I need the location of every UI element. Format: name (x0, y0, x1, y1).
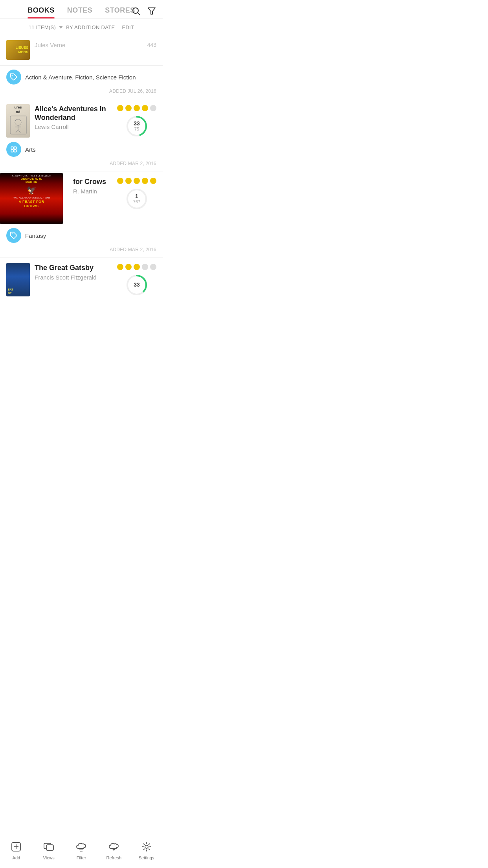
book-info-jules-verne: Jules Verne (35, 40, 143, 48)
progress-total-feast: 767 (133, 200, 140, 204)
tag-icon-alice (6, 142, 21, 157)
filter-icon[interactable] (147, 6, 156, 18)
book-entry-jules-verne: LIEUESMERS Jules Verne 443 (0, 36, 163, 66)
rating-dot-1 (117, 178, 123, 184)
sort-chevron-icon[interactable] (59, 26, 63, 29)
book-cover-alice: ures nd (6, 104, 30, 138)
tag-row-jules-verne: Action & Aventure, Fiction, Science Fict… (0, 66, 163, 86)
rating-dot-1 (117, 105, 123, 111)
rating-dot-5 (150, 105, 156, 111)
rating-dot-5 (150, 178, 156, 184)
rating-dot-4 (142, 105, 148, 111)
tag-label-jules-verne: Action & Aventure, Fiction, Science Fict… (25, 74, 136, 81)
sub-header: 11 ITEM(S) BY ADDITION DATE EDIT (0, 19, 163, 36)
tab-notes[interactable]: NOTES (67, 6, 93, 18)
tag-icon-jules-verne (6, 70, 21, 85)
book-author-alice: Lewis Carroll (35, 123, 112, 130)
tag-row-feast: Fantasy (0, 224, 163, 245)
svg-marker-2 (148, 8, 155, 14)
rating-gatsby (117, 264, 156, 270)
book-entry-feast: #1 NEW YORK TIMES BESTSELLER GEORGE R. R… (0, 171, 163, 257)
progress-current-gatsby: 33 (134, 282, 140, 288)
nav-tabs: BOOKS NOTES STORES (28, 6, 135, 18)
book-author-gatsby: Francis Scott Fitzgerald (35, 274, 112, 281)
book-main-row-alice: ures nd (0, 99, 163, 138)
rating-dot-3 (134, 105, 140, 111)
progress-circle-alice: 33 75 (125, 114, 149, 138)
svg-rect-4 (10, 116, 26, 134)
rating-dot-3 (134, 178, 140, 184)
book-cover-feast-wrapper: #1 NEW YORK TIMES BESTSELLER GEORGE R. R… (0, 177, 67, 224)
search-icon[interactable] (131, 6, 141, 18)
added-date-jules-verne: ADDED JUL 26, 2016 (0, 86, 163, 99)
book-info-alice: Alice's Adventures in Wonderland Lewis C… (35, 104, 112, 138)
rating-feast (117, 178, 156, 184)
svg-point-5 (15, 119, 21, 125)
tag-icon-feast (6, 228, 21, 243)
book-cover-feast: #1 NEW YORK TIMES BESTSELLER GEORGE R. R… (0, 173, 63, 224)
svg-line-1 (138, 13, 140, 15)
book-cover-gatsby: EATBY (6, 263, 30, 296)
book-right-gatsby: 33 (117, 263, 156, 297)
progress-current-alice: 33 (134, 121, 140, 127)
content-area: LIEUESMERS Jules Verne 443 Action & Aven… (0, 36, 163, 328)
book-entry-gatsby: EATBY The Great Gatsby Francis Scott Fit… (0, 257, 163, 297)
progress-total-alice: 75 (134, 127, 140, 132)
rating-dot-5 (150, 264, 156, 270)
svg-rect-12 (11, 147, 13, 149)
svg-rect-13 (14, 147, 17, 149)
rating-dot-4 (142, 178, 148, 184)
book-author-feast: R. Martin (73, 188, 112, 195)
added-date-feast: ADDED MAR 2, 2016 (0, 245, 163, 257)
rating-dot-2 (125, 178, 132, 184)
book-entry-alice: ures nd (0, 99, 163, 171)
rating-dot-1 (117, 264, 123, 270)
rating-dot-3 (134, 264, 140, 270)
items-count: 11 ITEM(S) (29, 24, 56, 30)
svg-line-9 (18, 129, 20, 133)
book-title-alice: Alice's Adventures in Wonderland (35, 105, 112, 122)
book-info-feast: for Crows R. Martin (72, 177, 112, 224)
tag-row-alice: Arts (0, 138, 163, 158)
progress-current-feast: 1 (133, 193, 140, 199)
progress-circle-gatsby: 33 (125, 273, 149, 297)
rating-dot-2 (125, 264, 132, 270)
sort-label: BY ADDITION DATE (66, 24, 115, 30)
tag-label-feast: Fantasy (25, 232, 46, 239)
book-title-feast: for Crows (73, 178, 112, 186)
book-pages-jules-verne: 443 (147, 40, 156, 48)
svg-point-18 (12, 234, 13, 235)
book-main-row-gatsby: EATBY The Great Gatsby Francis Scott Fit… (0, 257, 163, 297)
rating-dot-4 (142, 264, 148, 270)
book-author-jules-verne: Jules Verne (35, 42, 143, 48)
nav-action-icons (131, 6, 156, 18)
svg-rect-14 (11, 150, 13, 152)
tab-books[interactable]: BOOKS (28, 6, 55, 18)
rating-alice (117, 105, 156, 111)
svg-line-8 (16, 129, 18, 133)
svg-rect-15 (14, 150, 17, 152)
book-title-gatsby: The Great Gatsby (35, 264, 112, 272)
progress-circle-feast: 1 767 (125, 187, 149, 211)
edit-button[interactable]: EDIT (122, 24, 134, 30)
book-cover-jules-verne: LIEUESMERS (6, 40, 30, 60)
added-date-alice: ADDED MAR 2, 2016 (0, 158, 163, 171)
tag-label-alice: Arts (25, 146, 36, 153)
rating-dot-2 (125, 105, 132, 111)
book-right-feast: 1 767 (117, 177, 156, 224)
book-info-gatsby: The Great Gatsby Francis Scott Fitzgeral… (35, 263, 112, 297)
tab-stores[interactable]: STORES (105, 6, 135, 18)
book-right-alice: 33 75 (117, 104, 156, 138)
book-main-row-feast: #1 NEW YORK TIMES BESTSELLER GEORGE R. R… (0, 171, 163, 224)
top-nav: BOOKS NOTES STORES (0, 0, 163, 18)
